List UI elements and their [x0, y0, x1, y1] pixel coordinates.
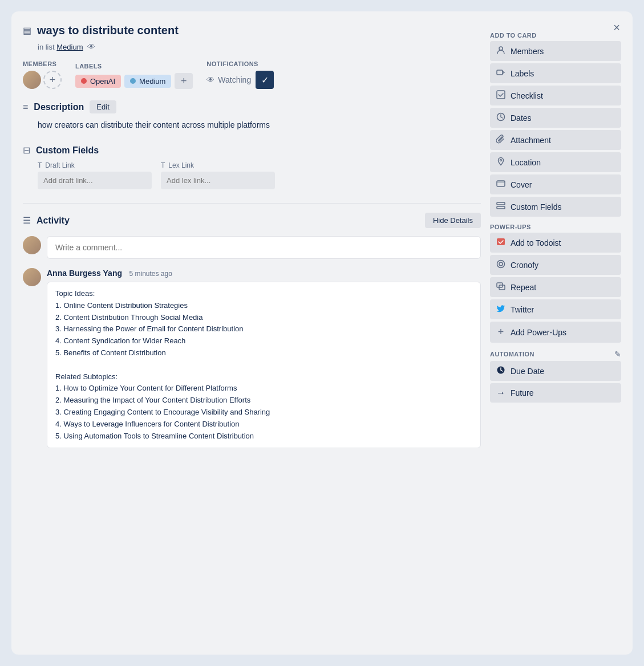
field-lex-link: T Lex Link	[161, 161, 275, 189]
sidebar-labels-button[interactable]: Labels	[490, 63, 621, 83]
cronofy-icon	[496, 259, 506, 270]
watching-text: 👁 Watching	[206, 75, 251, 84]
sidebar-cronofy-button[interactable]: Cronofy	[490, 255, 621, 275]
field-lex-input[interactable]	[161, 172, 275, 189]
sidebar-future-button[interactable]: → Future	[490, 383, 621, 403]
close-button[interactable]: ×	[607, 18, 626, 36]
sidebar-members-label: Members	[511, 47, 544, 56]
description-header: ≡ Description Edit	[23, 100, 481, 113]
list-name-link[interactable]: Medium	[56, 43, 83, 51]
sidebar-todoist-label: Add to Todoist	[511, 238, 561, 247]
subtitle-prefix: in list	[38, 43, 55, 51]
eye-icon: 👁	[87, 42, 95, 51]
sidebar-due-date-label: Due Date	[511, 367, 544, 376]
location-sidebar-icon	[496, 157, 506, 168]
current-user-avatar	[23, 236, 41, 254]
automation-header: Automation ✎	[490, 350, 621, 359]
label-dot-openai	[81, 78, 87, 84]
twitter-icon	[496, 304, 506, 315]
description-title: Description	[34, 102, 84, 112]
activity-body: Anna Burgess Yang 5 minutes ago Topic Id…	[47, 268, 481, 448]
add-label-button[interactable]: +	[175, 73, 193, 89]
notifications-section: Notifications 👁 Watching ✓	[206, 60, 274, 89]
automation-edit-button[interactable]: ✎	[614, 350, 621, 359]
sidebar-add-power-ups-label: Add Power-Ups	[511, 328, 566, 337]
sidebar-location-label: Location	[511, 158, 541, 167]
field-lex-label: T Lex Link	[161, 161, 275, 169]
sidebar-attachment-button[interactable]: Attachment	[490, 130, 621, 150]
svg-rect-9	[497, 238, 505, 245]
sidebar-dates-button[interactable]: Dates	[490, 108, 621, 128]
sidebar-due-date-button[interactable]: Due Date	[490, 361, 621, 381]
sidebar-checklist-button[interactable]: Checklist	[490, 86, 621, 105]
svg-point-0	[499, 47, 503, 50]
field-draft-link: T Draft Link	[38, 161, 152, 189]
description-icon: ≡	[23, 102, 28, 112]
field-draft-input[interactable]	[38, 172, 152, 189]
card-subtitle: in list Medium 👁	[38, 42, 481, 51]
card-type-icon: ▤	[23, 25, 31, 36]
activity-header: ☰ Activity Hide Details	[23, 213, 481, 228]
labels-sidebar-icon	[496, 68, 506, 79]
activity-item-0: Anna Burgess Yang 5 minutes ago Topic Id…	[23, 268, 481, 448]
sidebar-custom-fields-button[interactable]: Custom Fields	[490, 197, 621, 217]
sidebar-location-button[interactable]: Location	[490, 152, 621, 172]
comment-row	[23, 236, 481, 259]
sidebar-labels-label: Labels	[511, 69, 534, 78]
members-row: +	[23, 71, 62, 89]
main-content: ▤ ways to distribute content in list Med…	[23, 23, 481, 643]
svg-rect-1	[497, 70, 503, 75]
description-edit-button[interactable]: Edit	[90, 100, 116, 113]
svg-rect-8	[497, 206, 505, 209]
svg-rect-7	[497, 202, 505, 205]
custom-fields-icon: ⊟	[23, 145, 30, 156]
comment-input[interactable]	[47, 236, 481, 259]
sidebar-add-power-ups-button[interactable]: + Add Power-Ups	[490, 322, 621, 343]
activity-avatar	[23, 268, 41, 286]
field-icon-t2: T	[161, 161, 165, 169]
sidebar-members-button[interactable]: Members	[490, 41, 621, 61]
add-member-button[interactable]: +	[43, 71, 62, 89]
watching-toggle[interactable]: ✓	[256, 71, 274, 89]
labels-section: Labels OpenAI Medium +	[75, 63, 193, 89]
field-icon-t1: T	[38, 161, 42, 169]
labels-label: Labels	[75, 63, 193, 70]
hide-details-button[interactable]: Hide Details	[425, 213, 481, 228]
sidebar-checklist-label: Checklist	[511, 91, 543, 100]
divider	[23, 203, 481, 204]
sidebar-twitter-label: Twitter	[511, 305, 534, 314]
sidebar-repeat-button[interactable]: Repeat	[490, 277, 621, 297]
activity-comment: Topic Ideas: 1. Online Content Distribut…	[47, 282, 481, 448]
sidebar-custom-fields-label: Custom Fields	[511, 202, 561, 212]
field-lex-label-text: Lex Link	[168, 161, 194, 169]
sidebar-cover-button[interactable]: Cover	[490, 174, 621, 194]
meta-row: Members + Labels OpenAI Medium	[23, 60, 481, 89]
card-title: ways to distribute content	[37, 23, 179, 38]
sidebar-twitter-button[interactable]: Twitter	[490, 299, 621, 319]
activity-section: ☰ Activity Hide Details Anna Burgess Yan…	[23, 213, 481, 448]
labels-row: OpenAI Medium +	[75, 73, 193, 89]
sidebar-todoist-button[interactable]: Add to Todoist	[490, 233, 621, 253]
label-medium[interactable]: Medium	[124, 75, 171, 88]
due-date-icon	[496, 366, 506, 376]
members-section: Members +	[23, 60, 62, 89]
label-openai-text: OpenAI	[90, 77, 115, 86]
svg-point-10	[497, 261, 505, 268]
automation-label: Automation	[490, 351, 534, 358]
avatar	[23, 71, 41, 89]
field-draft-label: T Draft Link	[38, 161, 152, 169]
svg-rect-6	[497, 181, 505, 183]
activity-title: Activity	[37, 216, 70, 226]
fields-row: T Draft Link T Lex Link	[38, 161, 481, 189]
custom-fields-section: ⊟ Custom Fields T Draft Link T Lex Link	[23, 145, 481, 189]
checklist-sidebar-icon	[496, 90, 506, 101]
add-to-card-label: Add to card	[490, 32, 621, 39]
label-dot-medium	[130, 78, 136, 84]
field-draft-label-text: Draft Link	[45, 161, 74, 169]
add-power-ups-icon: +	[496, 326, 506, 338]
custom-fields-title: Custom Fields	[36, 145, 99, 156]
eye-watch-icon: 👁	[206, 75, 214, 84]
activity-icon: ☰	[23, 215, 31, 226]
members-label: Members	[23, 60, 62, 67]
label-openai[interactable]: OpenAI	[75, 75, 121, 88]
